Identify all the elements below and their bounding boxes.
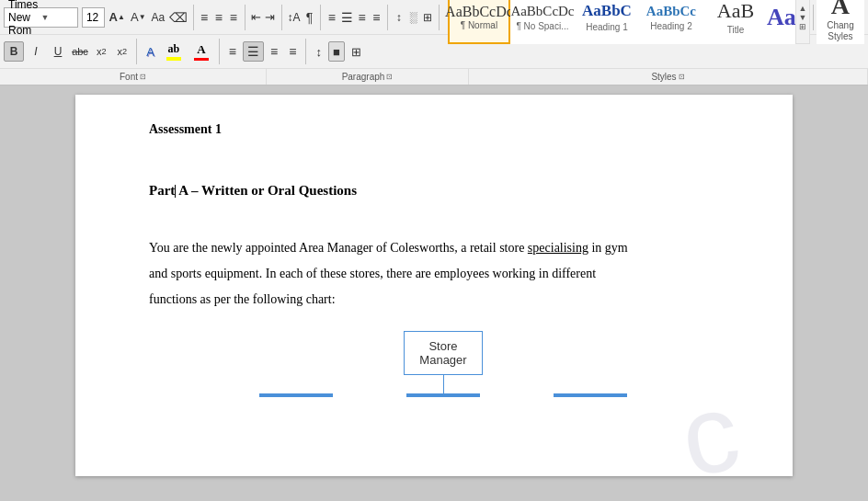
- justify-btn2[interactable]: ≡: [284, 41, 301, 62]
- org-bottom-row: [259, 393, 627, 397]
- shading-btn[interactable]: ░: [407, 7, 420, 28]
- sep7: [813, 5, 814, 30]
- doc-page[interactable]: c Assessment 1 Part A – Written or Oral …: [75, 95, 793, 476]
- align-center-btn[interactable]: ☰: [340, 7, 354, 28]
- sep1: [193, 5, 194, 30]
- grow-shrink-group: A▲ A▼: [107, 7, 148, 28]
- body-text-1: You are the newly appointed Area Manager…: [149, 241, 528, 255]
- org-chart: Store Manager: [149, 331, 737, 397]
- font-section-label: Font ⊡: [0, 69, 267, 85]
- scroll-down-icon[interactable]: ▼: [798, 13, 806, 22]
- font-color-btn[interactable]: A: [188, 41, 214, 62]
- section-labels: Font ⊡ Paragraph ⊡ Styles ⊡: [0, 68, 868, 85]
- sep2: [245, 5, 246, 30]
- style-title-label: Title: [727, 25, 745, 35]
- justify-btn[interactable]: ≡: [371, 7, 383, 28]
- styles-label-text: Styles: [651, 72, 676, 82]
- numbering-btn[interactable]: ≡: [212, 7, 225, 28]
- scroll-up-icon[interactable]: ▲: [798, 4, 806, 13]
- content-area: Assessment 1 Part A – Written or Oral Qu…: [149, 122, 737, 397]
- style-no-spacing-preview: AaBbCcDc: [510, 4, 574, 19]
- org-bottom-line2: [406, 393, 480, 397]
- font-label-text: Font: [120, 72, 138, 82]
- styles-scroll[interactable]: ▲ ▼ ⊞: [795, 0, 810, 44]
- clear-format-btn[interactable]: ⌫: [168, 7, 188, 28]
- multilevel-btn[interactable]: ≡: [227, 7, 240, 28]
- shrink-font-btn[interactable]: A▼: [128, 7, 148, 28]
- font-name-value: Times New Rom: [8, 0, 40, 37]
- part-heading-text: A – Written or Oral Questions: [176, 183, 357, 198]
- sep9: [219, 39, 220, 64]
- styles-section: AaBbCcDc ¶ Normal AaBbCcDc ¶ No Spaci...…: [448, 0, 864, 44]
- doc-body-text: You are the newly appointed Area Manager…: [149, 235, 737, 313]
- store-manager-box: Store Manager: [404, 331, 482, 375]
- decrease-indent-btn[interactable]: ⇤: [249, 7, 262, 28]
- strikethrough-btn[interactable]: abc: [70, 41, 90, 62]
- style-heading1-preview: AaBbC: [582, 2, 632, 20]
- align-center-btn2[interactable]: ☰: [243, 41, 264, 62]
- font-color-icon: A: [197, 42, 205, 57]
- highlight-icon: ab: [168, 42, 180, 56]
- change-case-btn[interactable]: Aa: [150, 7, 166, 28]
- styles-expand-arrow[interactable]: ⊡: [679, 73, 685, 81]
- styles-section-label: Styles ⊡: [469, 69, 868, 85]
- borders-btn[interactable]: ⊞: [422, 7, 435, 28]
- sep5: [387, 5, 388, 30]
- body-text-2: in gym: [588, 241, 628, 255]
- org-bottom-line: [259, 393, 333, 397]
- style-normal[interactable]: AaBbCcDc ¶ Normal: [448, 0, 510, 44]
- scroll-more-icon[interactable]: ⊞: [799, 22, 806, 31]
- style-no-spacing-label: ¶ No Spaci...: [516, 21, 568, 31]
- change-styles-icon: A: [831, 0, 850, 18]
- show-para-btn[interactable]: ¶: [303, 7, 315, 28]
- bold-btn[interactable]: B: [4, 41, 24, 62]
- increase-indent-btn[interactable]: ⇥: [264, 7, 277, 28]
- font-size-value: 12: [86, 11, 98, 24]
- store-manager-label: Store Manager: [419, 339, 466, 367]
- paragraph-section-label: Paragraph ⊡: [267, 69, 469, 85]
- style-heading2[interactable]: AaBbCc Heading 2: [639, 0, 703, 44]
- style-more[interactable]: Aa: [768, 0, 795, 44]
- para-shading-btn[interactable]: ■: [328, 41, 345, 62]
- subscript-btn[interactable]: x2: [92, 41, 111, 62]
- style-normal-label: ¶ Normal: [461, 20, 497, 30]
- highlight-btn[interactable]: ab: [161, 41, 187, 62]
- align-left-btn[interactable]: ≡: [326, 7, 338, 28]
- font-size-dropdown[interactable]: 12: [82, 7, 105, 28]
- font-color-bar: [194, 58, 209, 61]
- style-heading1[interactable]: AaBbC Heading 1: [575, 0, 639, 44]
- italic-btn[interactable]: I: [26, 41, 46, 62]
- style-normal-preview: AaBbCcDc: [445, 4, 513, 20]
- change-styles-label: ChangStyles: [827, 20, 853, 42]
- org-bottom-line3: [554, 393, 627, 397]
- superscript-btn[interactable]: x2: [113, 41, 132, 62]
- style-no-spacing[interactable]: AaBbCcDc ¶ No Spaci...: [510, 0, 575, 44]
- grow-font-btn[interactable]: A▲: [107, 7, 127, 28]
- line-spacing-btn[interactable]: ↕: [393, 7, 405, 28]
- style-heading2-label: Heading 2: [650, 21, 692, 31]
- font-name-dropdown[interactable]: Times New Rom ▼: [4, 7, 78, 28]
- sep3: [281, 5, 282, 30]
- sep10: [305, 39, 306, 64]
- doc-container: c Assessment 1 Part A – Written or Oral …: [0, 85, 868, 485]
- body-text-4: functions as per the following chart:: [149, 292, 336, 306]
- font-name-arrow[interactable]: ▼: [40, 13, 73, 22]
- style-heading1-label: Heading 1: [586, 22, 628, 32]
- paragraph-expand-arrow[interactable]: ⊡: [386, 73, 393, 81]
- doc-title: Assessment 1: [149, 122, 737, 137]
- style-title-preview: AaB: [717, 0, 754, 23]
- text-effects-btn[interactable]: A: [142, 41, 159, 62]
- font-expand-arrow[interactable]: ⊡: [140, 73, 146, 81]
- bullets-btn[interactable]: ≡: [198, 7, 211, 28]
- align-right-btn2[interactable]: ≡: [266, 41, 282, 62]
- sort-btn[interactable]: ↕A: [286, 7, 301, 28]
- align-left-btn2[interactable]: ≡: [224, 41, 241, 62]
- line-spacing-btn2[interactable]: ↕: [311, 41, 326, 62]
- align-right-btn[interactable]: ≡: [356, 7, 369, 28]
- change-styles-btn[interactable]: A ChangStyles: [817, 0, 864, 44]
- style-more-preview: Aa: [767, 4, 796, 31]
- style-title[interactable]: AaB Title: [703, 0, 768, 44]
- style-heading2-preview: AaBbCc: [646, 4, 696, 19]
- borders-btn2[interactable]: ⊞: [347, 41, 366, 62]
- underline-btn[interactable]: U: [48, 41, 68, 62]
